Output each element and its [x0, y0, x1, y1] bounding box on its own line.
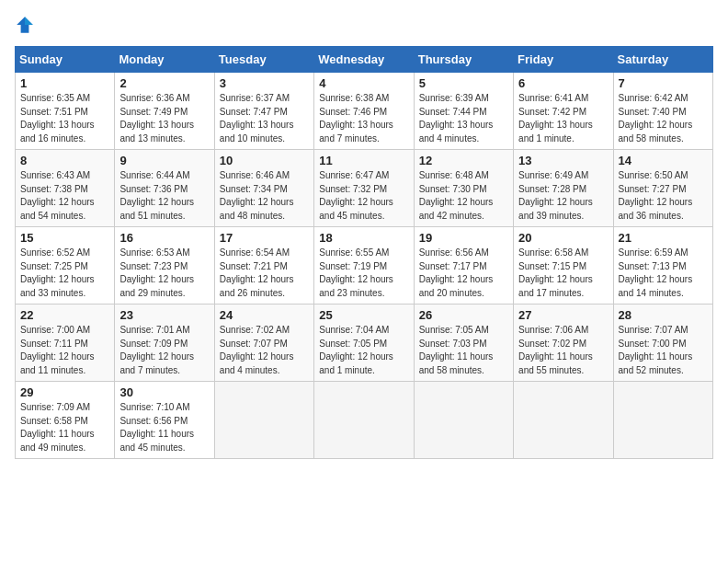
day-number: 26 [419, 308, 508, 322]
day-info: Sunrise: 6:55 AM Sunset: 7:19 PM Dayligh… [319, 247, 408, 300]
day-info: Sunrise: 7:00 AM Sunset: 7:11 PM Dayligh… [20, 324, 109, 377]
day-number: 15 [20, 231, 109, 245]
day-number: 16 [119, 231, 209, 245]
weekday-header: Monday [115, 47, 214, 73]
day-number: 23 [119, 308, 209, 322]
day-info: Sunrise: 7:10 AM Sunset: 6:56 PM Dayligh… [119, 401, 209, 454]
day-info: Sunrise: 6:48 AM Sunset: 7:30 PM Dayligh… [419, 169, 508, 223]
day-info: Sunrise: 7:04 AM Sunset: 7:05 PM Dayligh… [319, 324, 408, 377]
calendar-table: SundayMondayTuesdayWednesdayThursdayFrid… [15, 46, 713, 459]
calendar-cell: 13Sunrise: 6:49 AM Sunset: 7:28 PM Dayli… [514, 150, 613, 227]
day-info: Sunrise: 7:07 AM Sunset: 7:00 PM Dayligh… [619, 324, 708, 377]
calendar-cell: 24Sunrise: 7:02 AM Sunset: 7:07 PM Dayli… [214, 304, 313, 382]
calendar-cell: 17Sunrise: 6:54 AM Sunset: 7:21 PM Dayli… [214, 227, 313, 304]
calendar-cell: 26Sunrise: 7:05 AM Sunset: 7:03 PM Dayli… [414, 304, 513, 382]
day-number: 7 [619, 76, 708, 90]
day-number: 14 [619, 154, 708, 167]
calendar-cell: 16Sunrise: 6:53 AM Sunset: 7:23 PM Dayli… [115, 227, 214, 304]
weekday-header: Tuesday [214, 47, 313, 73]
calendar-cell: 30Sunrise: 7:10 AM Sunset: 6:56 PM Dayli… [115, 382, 214, 459]
day-number: 6 [518, 76, 608, 90]
calendar-cell: 25Sunrise: 7:04 AM Sunset: 7:05 PM Dayli… [314, 304, 414, 382]
calendar-cell: 28Sunrise: 7:07 AM Sunset: 7:00 PM Dayli… [613, 304, 712, 382]
calendar-cell: 15Sunrise: 6:52 AM Sunset: 7:25 PM Dayli… [16, 227, 115, 304]
calendar-cell: 22Sunrise: 7:00 AM Sunset: 7:11 PM Dayli… [16, 304, 115, 382]
calendar-cell: 9Sunrise: 6:44 AM Sunset: 7:36 PM Daylig… [115, 150, 214, 227]
calendar-cell: 18Sunrise: 6:55 AM Sunset: 7:19 PM Dayli… [314, 227, 414, 304]
day-info: Sunrise: 7:01 AM Sunset: 7:09 PM Dayligh… [119, 324, 209, 377]
calendar-cell: 12Sunrise: 6:48 AM Sunset: 7:30 PM Dayli… [414, 150, 513, 227]
weekday-header: Thursday [414, 47, 513, 73]
day-info: Sunrise: 7:05 AM Sunset: 7:03 PM Dayligh… [419, 324, 508, 377]
calendar-cell: 6Sunrise: 6:41 AM Sunset: 7:42 PM Daylig… [514, 73, 613, 150]
day-number: 2 [119, 76, 209, 90]
calendar-cell: 29Sunrise: 7:09 AM Sunset: 6:58 PM Dayli… [16, 382, 115, 459]
day-info: Sunrise: 6:41 AM Sunset: 7:42 PM Dayligh… [518, 92, 608, 145]
calendar-cell: 2Sunrise: 6:36 AM Sunset: 7:49 PM Daylig… [115, 73, 214, 150]
day-number: 19 [419, 231, 508, 245]
calendar-cell [314, 382, 414, 459]
calendar-cell: 21Sunrise: 6:59 AM Sunset: 7:13 PM Dayli… [613, 227, 712, 304]
day-info: Sunrise: 6:44 AM Sunset: 7:36 PM Dayligh… [119, 169, 209, 223]
day-info: Sunrise: 6:39 AM Sunset: 7:44 PM Dayligh… [419, 92, 508, 145]
calendar-cell: 7Sunrise: 6:42 AM Sunset: 7:40 PM Daylig… [613, 73, 712, 150]
day-number: 22 [20, 308, 109, 322]
day-number: 8 [20, 154, 109, 167]
day-info: Sunrise: 6:53 AM Sunset: 7:23 PM Dayligh… [119, 247, 209, 300]
day-number: 24 [220, 308, 309, 322]
weekday-header: Friday [514, 47, 613, 73]
day-number: 27 [518, 308, 608, 322]
calendar-cell [613, 382, 712, 459]
day-info: Sunrise: 6:46 AM Sunset: 7:34 PM Dayligh… [220, 169, 309, 223]
logo-icon [15, 15, 35, 35]
day-number: 1 [20, 76, 109, 90]
calendar-cell [414, 382, 513, 459]
day-number: 3 [220, 76, 309, 90]
calendar-cell: 23Sunrise: 7:01 AM Sunset: 7:09 PM Dayli… [115, 304, 214, 382]
day-number: 11 [319, 154, 408, 167]
day-info: Sunrise: 6:56 AM Sunset: 7:17 PM Dayligh… [419, 247, 508, 300]
calendar-cell [214, 382, 313, 459]
svg-marker-1 [25, 17, 33, 25]
calendar-cell: 8Sunrise: 6:43 AM Sunset: 7:38 PM Daylig… [16, 150, 115, 227]
day-info: Sunrise: 6:35 AM Sunset: 7:51 PM Dayligh… [20, 92, 109, 145]
day-info: Sunrise: 7:02 AM Sunset: 7:07 PM Dayligh… [220, 324, 309, 377]
day-info: Sunrise: 6:52 AM Sunset: 7:25 PM Dayligh… [20, 247, 109, 300]
calendar-cell: 3Sunrise: 6:37 AM Sunset: 7:47 PM Daylig… [214, 73, 313, 150]
day-number: 29 [20, 385, 109, 399]
calendar-cell: 1Sunrise: 6:35 AM Sunset: 7:51 PM Daylig… [16, 73, 115, 150]
day-info: Sunrise: 6:49 AM Sunset: 7:28 PM Dayligh… [518, 169, 608, 223]
day-number: 18 [319, 231, 408, 245]
calendar-cell: 10Sunrise: 6:46 AM Sunset: 7:34 PM Dayli… [214, 150, 313, 227]
day-number: 9 [119, 154, 209, 167]
day-info: Sunrise: 6:42 AM Sunset: 7:40 PM Dayligh… [619, 92, 708, 145]
day-info: Sunrise: 6:59 AM Sunset: 7:13 PM Dayligh… [619, 247, 708, 300]
day-info: Sunrise: 6:37 AM Sunset: 7:47 PM Dayligh… [220, 92, 309, 145]
day-number: 28 [619, 308, 708, 322]
day-number: 30 [119, 385, 209, 399]
day-number: 20 [518, 231, 608, 245]
logo [15, 15, 39, 35]
calendar-cell: 14Sunrise: 6:50 AM Sunset: 7:27 PM Dayli… [613, 150, 712, 227]
calendar-cell: 4Sunrise: 6:38 AM Sunset: 7:46 PM Daylig… [314, 73, 414, 150]
day-number: 17 [220, 231, 309, 245]
calendar-cell: 5Sunrise: 6:39 AM Sunset: 7:44 PM Daylig… [414, 73, 513, 150]
day-number: 21 [619, 231, 708, 245]
day-info: Sunrise: 6:58 AM Sunset: 7:15 PM Dayligh… [518, 247, 608, 300]
calendar-cell [514, 382, 613, 459]
day-info: Sunrise: 6:50 AM Sunset: 7:27 PM Dayligh… [619, 169, 708, 223]
day-number: 25 [319, 308, 408, 322]
day-number: 4 [319, 76, 408, 90]
day-info: Sunrise: 6:43 AM Sunset: 7:38 PM Dayligh… [20, 169, 109, 223]
weekday-header: Sunday [16, 47, 115, 73]
day-number: 12 [419, 154, 508, 167]
weekday-header: Saturday [613, 47, 712, 73]
day-info: Sunrise: 7:06 AM Sunset: 7:02 PM Dayligh… [518, 324, 608, 377]
day-info: Sunrise: 7:09 AM Sunset: 6:58 PM Dayligh… [20, 401, 109, 454]
day-number: 13 [518, 154, 608, 167]
calendar-cell: 11Sunrise: 6:47 AM Sunset: 7:32 PM Dayli… [314, 150, 414, 227]
calendar-cell: 19Sunrise: 6:56 AM Sunset: 7:17 PM Dayli… [414, 227, 513, 304]
day-info: Sunrise: 6:54 AM Sunset: 7:21 PM Dayligh… [220, 247, 309, 300]
weekday-header: Wednesday [314, 47, 414, 73]
day-number: 10 [220, 154, 309, 167]
